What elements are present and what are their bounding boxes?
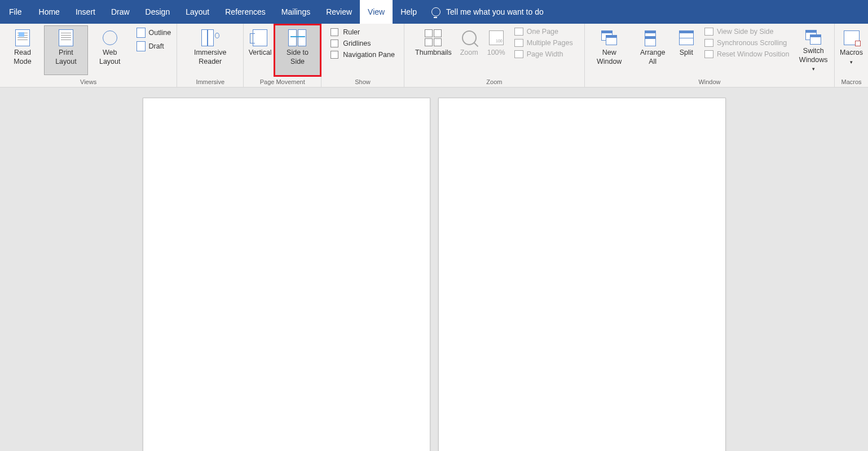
view-side-by-side-button: View Side by Side xyxy=(702,27,792,37)
web-layout-label: Web Layout xyxy=(92,49,128,66)
document-page-1[interactable] xyxy=(143,98,430,451)
draft-icon xyxy=(136,41,146,51)
ruler-checkbox[interactable]: Ruler xyxy=(327,27,398,38)
menubar: File Home Insert Draw Design Layout Refe… xyxy=(0,0,868,24)
vertical-label: Vertical xyxy=(249,49,272,58)
split-button[interactable]: Split xyxy=(673,25,700,75)
multiple-pages-button: Multiple Pages xyxy=(512,38,575,48)
arrange-all-button[interactable]: Arrange All xyxy=(632,25,672,75)
tab-insert[interactable]: Insert xyxy=(68,0,103,24)
tab-home[interactable]: Home xyxy=(31,0,68,24)
web-layout-icon xyxy=(103,30,117,45)
synchronous-scrolling-icon xyxy=(704,39,713,47)
macros-icon xyxy=(844,30,860,45)
view-side-by-side-label: View Side by Side xyxy=(717,28,774,36)
group-macros: Macros▾ Macros xyxy=(835,24,868,87)
document-canvas[interactable] xyxy=(0,87,868,451)
vertical-button[interactable]: Vertical xyxy=(245,25,275,75)
checkbox-icon xyxy=(331,28,338,36)
read-mode-label: Read Mode xyxy=(5,49,40,66)
read-mode-icon xyxy=(15,29,30,46)
group-macros-label: Macros xyxy=(836,77,867,87)
side-to-side-button[interactable]: Side to Side xyxy=(275,25,320,75)
immersive-reader-button[interactable]: Immersive Reader xyxy=(178,25,242,75)
tab-draw[interactable]: Draw xyxy=(103,0,138,24)
ribbon: Read Mode Print Layout Web Layout Outlin… xyxy=(0,24,868,87)
draft-label: Draft xyxy=(149,42,164,50)
file-tab[interactable]: File xyxy=(0,0,31,24)
group-immersive: Immersive Reader Immersive xyxy=(177,24,244,87)
new-window-label: New Window xyxy=(590,49,629,66)
synchronous-scrolling-button: Synchronous Scrolling xyxy=(702,38,792,48)
thumbnails-label: Thumbnails xyxy=(415,49,452,58)
outline-label: Outline xyxy=(149,29,171,37)
navigation-pane-label: Navigation Pane xyxy=(343,51,395,59)
zoom-icon xyxy=(462,30,477,45)
chevron-down-icon: ▾ xyxy=(850,59,853,65)
gridlines-checkbox[interactable]: Gridlines xyxy=(327,38,398,49)
checkbox-icon xyxy=(331,40,338,47)
immersive-reader-label: Immersive Reader xyxy=(182,49,238,66)
thumbnails-button[interactable]: Thumbnails xyxy=(411,25,456,75)
web-layout-button[interactable]: Web Layout xyxy=(88,25,132,75)
group-views-label: Views xyxy=(1,77,175,87)
tab-help[interactable]: Help xyxy=(393,0,425,24)
arrange-all-label: Arrange All xyxy=(636,49,668,66)
chevron-down-icon: ▾ xyxy=(812,66,815,72)
immersive-reader-icon xyxy=(201,29,219,46)
one-page-button: One Page xyxy=(512,27,575,37)
multiple-pages-label: Multiple Pages xyxy=(527,39,573,47)
group-page-movement-label: Page Movement xyxy=(245,77,320,87)
side-to-side-icon xyxy=(288,29,307,46)
switch-windows-icon xyxy=(805,30,821,45)
group-views: Read Mode Print Layout Web Layout Outlin… xyxy=(0,24,177,87)
navigation-pane-checkbox[interactable]: Navigation Pane xyxy=(327,49,398,60)
lightbulb-icon xyxy=(431,7,440,16)
gridlines-label: Gridlines xyxy=(343,40,371,47)
group-zoom-label: Zoom xyxy=(406,77,583,87)
synchronous-scrolling-label: Synchronous Scrolling xyxy=(717,39,787,47)
group-window: New Window Arrange All Split View Side b… xyxy=(585,24,835,87)
multiple-pages-icon xyxy=(514,39,523,47)
macros-label: Macros▾ xyxy=(840,49,863,66)
tab-layout[interactable]: Layout xyxy=(178,0,217,24)
split-icon xyxy=(679,30,694,45)
switch-windows-label: Switch Windows ▾ xyxy=(797,47,829,73)
vertical-icon xyxy=(253,29,267,46)
zoom-label: Zoom xyxy=(460,49,478,58)
print-layout-button[interactable]: Print Layout xyxy=(44,25,88,75)
page-width-icon xyxy=(514,50,523,58)
tab-mailings[interactable]: Mailings xyxy=(274,0,318,24)
group-page-movement: Vertical Side to Side Page Movement xyxy=(244,24,321,87)
checkbox-icon xyxy=(331,51,338,59)
print-layout-label: Print Layout xyxy=(48,49,84,66)
tab-view[interactable]: View xyxy=(360,0,393,24)
page-width-button: Page Width xyxy=(512,49,575,59)
tell-me-label: Tell me what you want to do xyxy=(446,7,544,16)
arrange-all-icon xyxy=(645,30,660,45)
read-mode-button[interactable]: Read Mode xyxy=(1,25,44,75)
draft-button[interactable]: Draft xyxy=(134,40,174,52)
page-width-label: Page Width xyxy=(527,50,563,58)
tab-review[interactable]: Review xyxy=(318,0,360,24)
new-window-button[interactable]: New Window xyxy=(586,25,633,75)
one-page-label: One Page xyxy=(527,28,558,36)
reset-window-position-icon xyxy=(704,50,713,58)
thumbnails-icon xyxy=(425,29,442,46)
document-page-2[interactable] xyxy=(438,98,726,451)
outline-button[interactable]: Outline xyxy=(134,27,174,39)
one-page-icon xyxy=(514,28,523,36)
tab-design[interactable]: Design xyxy=(138,0,178,24)
tell-me-search[interactable]: Tell me what you want to do xyxy=(431,7,544,16)
macros-button[interactable]: Macros▾ xyxy=(836,25,867,75)
group-show: Ruler Gridlines Navigation Pane Show xyxy=(321,24,404,87)
switch-windows-button[interactable]: Switch Windows ▾ xyxy=(794,25,833,75)
reset-window-position-label: Reset Window Position xyxy=(717,50,790,58)
group-window-label: Window xyxy=(586,77,833,87)
ruler-label: Ruler xyxy=(343,28,360,36)
tab-references[interactable]: References xyxy=(217,0,274,24)
zoom-100-icon: 100 xyxy=(489,30,504,45)
print-layout-icon xyxy=(59,29,73,46)
split-label: Split xyxy=(680,49,693,58)
zoom-button: Zoom xyxy=(456,25,483,75)
